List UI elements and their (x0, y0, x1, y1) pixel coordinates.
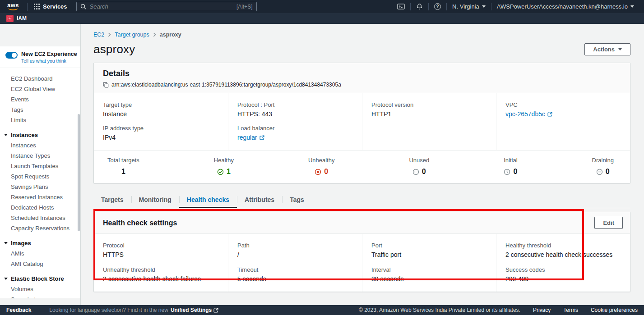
field-value: 2 consecutive health check failures (103, 275, 219, 283)
services-menu-button[interactable]: Services (31, 3, 70, 10)
bell-icon (416, 3, 423, 10)
field-label: Timeout (237, 266, 353, 273)
sidebar-item-savings-plans[interactable]: Savings Plans (0, 182, 80, 192)
field-label: VPC (505, 101, 621, 108)
field-label: Path (237, 242, 353, 249)
sidebar-item-dedicated-hosts[interactable]: Dedicated Hosts (0, 202, 80, 213)
topbar-right-group: ? N. Virginia AWSPowerUserAccess/navanee… (392, 3, 639, 10)
tab-monitoring[interactable]: Monitoring (131, 192, 179, 208)
field-label: Unhealthy threshold (103, 266, 219, 273)
health-check-fields: ProtocolHTTPS Unhealthy threshold2 conse… (94, 234, 630, 292)
privacy-link[interactable]: Privacy (533, 307, 551, 313)
global-search-box[interactable]: [Alt+S] (76, 2, 257, 11)
sidebar-item-amis[interactable]: AMIs (0, 248, 80, 259)
aws-smile-icon (8, 8, 18, 10)
new-experience-label: New EC2 Experience (21, 51, 77, 57)
feedback-button[interactable]: Feedback (6, 307, 31, 313)
draining-stat: Draining 0 (592, 157, 614, 176)
vpc-link[interactable]: vpc-2657db5c (505, 110, 552, 118)
sidebar-item-ami-catalog[interactable]: AMI Catalog (0, 259, 80, 269)
field-value: 5 seconds (237, 275, 353, 283)
copy-icon[interactable] (103, 82, 109, 88)
sidebar-item-snapshots[interactable]: Snapshots (0, 294, 80, 298)
edit-button[interactable]: Edit (594, 217, 623, 229)
cloudshell-icon (397, 3, 405, 10)
page-title: asproxy (93, 42, 135, 56)
field-value: 30 seconds (371, 275, 487, 283)
field-value: HTTPS (103, 251, 219, 258)
services-label: Services (43, 3, 67, 10)
field-label: Healthy threshold (505, 242, 621, 249)
details-title: Details (103, 69, 621, 78)
tab-targets[interactable]: Targets (93, 192, 131, 208)
check-circle-icon (217, 169, 224, 175)
sidebar-panel: New EC2 Experience Tell us what you thin… (0, 46, 80, 298)
field-label: Port (371, 242, 487, 249)
tab-attributes[interactable]: Attributes (237, 192, 282, 208)
actions-button[interactable]: Actions (584, 43, 630, 55)
sidebar-nav: EC2 Dashboard EC2 Global View Events Tag… (0, 68, 80, 298)
aws-logo[interactable]: aws (7, 3, 19, 10)
notifications-button[interactable] (411, 3, 428, 10)
sidebar-item-volumes[interactable]: Volumes (0, 284, 80, 294)
sidebar-scrollbar[interactable] (78, 114, 80, 231)
unused-stat: Unused 0 (409, 157, 429, 176)
terms-link[interactable]: Terms (563, 307, 578, 313)
sidebar-section-images[interactable]: Images (0, 238, 80, 248)
chevron-down-icon (482, 5, 486, 8)
help-button[interactable]: ? (429, 3, 446, 10)
sidebar-item-instance-types[interactable]: Instance Types (0, 151, 80, 161)
chevron-right-icon (108, 32, 111, 37)
sidebar-item-events[interactable]: Events (0, 94, 80, 105)
breadcrumb: EC2 Target groups asproxy (93, 32, 630, 38)
new-experience-toggle[interactable] (5, 52, 18, 59)
tab-health-checks[interactable]: Health checks (179, 192, 237, 208)
field-label: Protocol (103, 242, 219, 249)
breadcrumb-ec2[interactable]: EC2 (93, 32, 104, 38)
favorite-iam-label: IAM (17, 15, 27, 22)
field-value: / (237, 251, 353, 258)
search-input[interactable] (90, 3, 233, 10)
field-value: Instance (103, 110, 219, 118)
chevron-down-icon (618, 48, 622, 50)
sidebar-section-instances[interactable]: Instances (0, 130, 80, 140)
sidebar-item-capacity-reservations[interactable]: Capacity Reservations (0, 223, 80, 233)
details-header: Details arn:aws:elasticloadbalancing:us-… (94, 63, 630, 93)
healthy-stat: Healthy 1 (214, 157, 234, 176)
field-value: IPv4 (103, 134, 219, 141)
sidebar-item-tags[interactable]: Tags (0, 105, 80, 115)
field-value: HTTP1 (371, 110, 487, 118)
sidebar-item-limits[interactable]: Limits (0, 115, 80, 125)
sidebar-item-scheduled-instances[interactable]: Scheduled Instances (0, 213, 80, 223)
health-check-settings-card: Health check settings Edit ProtocolHTTPS… (93, 212, 630, 292)
field-label: Success codes (505, 266, 621, 273)
search-icon (80, 4, 86, 9)
breadcrumb-target-groups[interactable]: Target groups (115, 32, 149, 38)
toggle-knob (12, 53, 17, 58)
sidebar-section-elastic-block-store[interactable]: Elastic Block Store (0, 274, 80, 284)
tell-us-link[interactable]: Tell us what you think (21, 58, 77, 64)
field-value: Traffic port (371, 251, 487, 258)
sidebar-item-spot-requests[interactable]: Spot Requests (0, 171, 80, 182)
sidebar-item-launch-templates[interactable]: Launch Templates (0, 161, 80, 171)
sidebar-item-ec2-global-view[interactable]: EC2 Global View (0, 84, 80, 94)
account-menu[interactable]: AWSPowerUserAccess/navaneeth.kn@harness.… (491, 3, 639, 10)
account-label: AWSPowerUserAccess/navaneeth.kn@harness.… (497, 3, 628, 10)
tab-tags[interactable]: Tags (282, 192, 312, 208)
favorites-bar: IAM (0, 13, 644, 24)
help-icon: ? (434, 3, 441, 10)
unified-settings-link[interactable]: Unified Settings (171, 307, 218, 313)
sidebar-item-ec2-dashboard[interactable]: EC2 Dashboard (0, 73, 80, 84)
sidebar: New EC2 Experience Tell us what you thin… (0, 24, 81, 305)
region-selector[interactable]: N. Virginia (447, 3, 491, 10)
triangle-down-icon (4, 242, 8, 244)
cloudshell-button[interactable] (392, 3, 410, 10)
load-balancer-link[interactable]: regular (237, 134, 264, 141)
search-shortcut-hint: [Alt+S] (236, 4, 253, 10)
cookie-preferences-link[interactable]: Cookie preferences (591, 307, 638, 313)
favorite-iam-link[interactable]: IAM (6, 15, 27, 22)
field-label: IP address type (103, 125, 219, 132)
sidebar-item-reserved-instances[interactable]: Reserved Instances (0, 192, 80, 202)
sidebar-item-instances[interactable]: Instances (0, 140, 80, 151)
external-link-icon (259, 135, 264, 140)
